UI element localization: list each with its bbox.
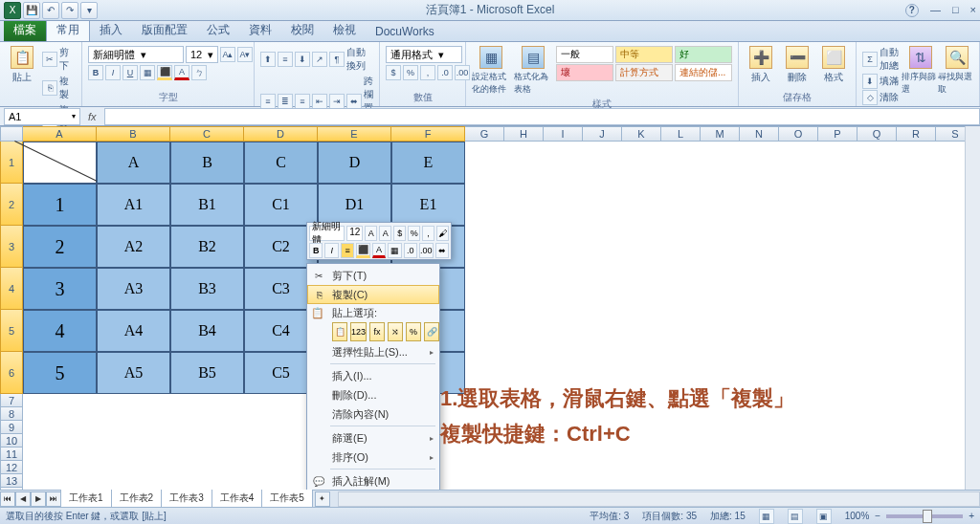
view-layout-button[interactable]: ▤ <box>788 509 803 524</box>
phonetic-button[interactable]: ㄅ <box>191 65 207 80</box>
name-box[interactable]: A1▾ <box>4 108 80 125</box>
help-button[interactable]: ? <box>905 4 919 17</box>
save-button[interactable]: 💾 <box>23 2 40 19</box>
mini-currency[interactable]: $ <box>393 226 406 241</box>
sheet-nav-next[interactable]: ▶ <box>31 491 46 507</box>
column-header[interactable]: B <box>97 126 170 142</box>
mini-border[interactable]: ▦ <box>388 243 401 258</box>
fill-color-button[interactable]: ⬛ <box>157 65 172 80</box>
style-cell[interactable]: 連結的儲... <box>675 64 732 81</box>
column-header[interactable]: F <box>391 126 465 142</box>
currency-button[interactable]: $ <box>386 65 401 80</box>
paste-opt-values[interactable]: 123 <box>350 322 367 341</box>
delete-cells-button[interactable]: ➖刪除 <box>781 46 813 84</box>
row-header[interactable]: 7 <box>0 394 23 407</box>
menu-filter[interactable]: 篩選(E)▸ <box>307 428 439 448</box>
menu-clear[interactable]: 清除內容(N) <box>307 404 439 424</box>
paste-button[interactable]: 📋 貼上 <box>6 46 38 84</box>
border-button[interactable]: ▦ <box>140 65 155 80</box>
sheet-nav-last[interactable]: ⏭ <box>46 491 61 507</box>
table-cell[interactable]: B <box>170 142 244 184</box>
row-header[interactable]: 5 <box>0 310 23 352</box>
align-middle-button[interactable]: ≡ <box>278 52 293 67</box>
ribbon-tab-8[interactable]: DocuWorks <box>366 22 444 41</box>
table-cell[interactable]: B4 <box>170 310 244 352</box>
font-name-combo[interactable]: 新細明體▾ <box>88 46 184 63</box>
select-all-corner[interactable] <box>0 126 23 142</box>
style-cell[interactable]: 壞 <box>556 64 613 81</box>
style-cell[interactable]: 中等 <box>615 46 673 63</box>
sheet-tab[interactable]: 工作表1 <box>60 490 112 509</box>
column-header[interactable]: Q <box>858 126 897 142</box>
undo-button[interactable]: ↶ <box>42 2 59 19</box>
zoom-in-button[interactable]: + <box>969 511 974 521</box>
table-cell[interactable]: A5 <box>97 352 170 394</box>
table-cell[interactable]: A2 <box>97 226 170 268</box>
mini-italic[interactable]: I <box>324 243 338 258</box>
clear-button[interactable]: ◇清除 <box>862 90 901 105</box>
row-header[interactable]: 11 <box>0 448 23 461</box>
mini-align-center[interactable]: ≡ <box>341 243 354 258</box>
row-header[interactable]: 6 <box>0 352 23 394</box>
column-header[interactable]: G <box>465 126 504 142</box>
row-header[interactable]: 8 <box>0 407 23 421</box>
table-cell[interactable]: E <box>391 142 465 184</box>
cell-styles-gallery[interactable]: 一般中等好壞計算方式連結的儲... <box>556 46 732 81</box>
zoom-slider[interactable] <box>886 514 963 518</box>
row-header[interactable]: 10 <box>0 434 23 448</box>
style-cell[interactable]: 好 <box>675 46 732 63</box>
table-cell[interactable]: B3 <box>170 268 244 310</box>
mini-shrink-font[interactable]: A <box>379 226 391 241</box>
redo-button[interactable]: ↷ <box>61 2 78 19</box>
zoom-out-button[interactable]: − <box>875 511 880 521</box>
insert-cells-button[interactable]: ➕插入 <box>745 46 777 84</box>
table-cell[interactable] <box>23 142 97 184</box>
mini-grow-font[interactable]: A <box>365 226 377 241</box>
table-cell[interactable]: B2 <box>170 226 244 268</box>
conditional-format-button[interactable]: ▦設定格式化的條件 <box>472 46 510 96</box>
paste-opt-formatting[interactable]: % <box>406 322 421 341</box>
column-header[interactable]: A <box>23 126 97 142</box>
row-header[interactable]: 9 <box>0 421 23 434</box>
copy-button[interactable]: ⎘複製 <box>42 75 76 101</box>
table-cell[interactable]: C1 <box>244 184 318 226</box>
table-cell[interactable]: A4 <box>97 310 170 352</box>
sheet-tab[interactable]: 工作表4 <box>212 490 263 509</box>
column-header[interactable]: R <box>897 126 936 142</box>
row-header[interactable]: 13 <box>0 474 23 488</box>
mini-font-combo[interactable]: 新細明體 <box>309 226 345 241</box>
row-header[interactable]: 4 <box>0 268 23 310</box>
sheet-nav-prev[interactable]: ◀ <box>15 491 31 507</box>
decrease-font-button[interactable]: A▾ <box>237 47 253 62</box>
mini-format-painter[interactable]: 🖌 <box>436 226 449 241</box>
ribbon-tab-0[interactable]: 檔案 <box>4 19 46 41</box>
table-cell[interactable]: D <box>318 142 391 184</box>
format-cells-button[interactable]: ⬜格式 <box>817 46 850 84</box>
column-header[interactable]: H <box>504 126 544 142</box>
ribbon-tab-2[interactable]: 插入 <box>90 19 132 41</box>
mini-font-color[interactable]: A <box>372 243 386 258</box>
align-top-button[interactable]: ⬆ <box>260 52 276 67</box>
table-cell[interactable]: 4 <box>23 310 97 352</box>
cut-button[interactable]: ✂剪下 <box>42 46 76 73</box>
column-header[interactable]: D <box>244 126 318 142</box>
autosum-button[interactable]: Σ自動加總 <box>862 46 901 73</box>
column-header[interactable]: L <box>661 126 701 142</box>
menu-cut[interactable]: ✂剪下(T) <box>307 266 439 285</box>
find-select-button[interactable]: 🔍尋找與選取 <box>941 46 973 96</box>
sort-filter-button[interactable]: ⇅排序與篩選 <box>904 46 937 96</box>
paste-opt-link[interactable]: 🔗 <box>424 322 439 341</box>
comma-button[interactable]: , <box>420 65 435 80</box>
mini-dec-decimal[interactable]: .00 <box>419 243 434 258</box>
formula-input[interactable] <box>104 108 980 125</box>
orientation-button[interactable]: ↗ <box>312 52 327 67</box>
mini-size-combo[interactable]: 12 <box>346 226 363 241</box>
row-header[interactable]: 2 <box>0 184 23 226</box>
sheet-tab[interactable]: 工作表5 <box>261 490 313 509</box>
column-header[interactable]: C <box>170 126 244 142</box>
menu-insert-comment[interactable]: 💬插入註解(M) <box>307 471 439 491</box>
ribbon-tab-4[interactable]: 公式 <box>197 19 239 41</box>
column-header[interactable]: O <box>779 126 818 142</box>
style-cell[interactable]: 一般 <box>556 46 613 63</box>
table-cell[interactable]: A <box>97 142 170 184</box>
